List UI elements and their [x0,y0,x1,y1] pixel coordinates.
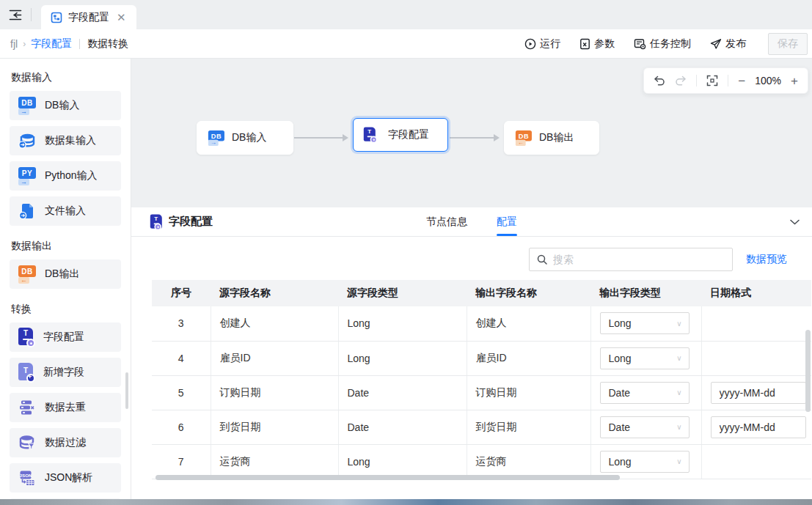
params-doc-icon [579,38,590,50]
undo-icon[interactable] [654,75,665,86]
data-preview-link[interactable]: 数据预览 [746,253,787,266]
action-buttons: 运行 参数 任务控制 [524,33,812,55]
panel-header: T 字段配置 节点信息 配置 [131,207,812,237]
output-type-select[interactable]: Long ∨ [600,347,690,369]
run-button[interactable]: 运行 [524,37,560,51]
table-header-row: 序号 源字段名称 源字段类型 输出字段名称 输出字段类型 日期格式 [152,280,811,306]
table-row: 3 创建人 Long 创建人 Long ∨ [152,306,811,341]
breadcrumb-page[interactable]: 字段配置 [31,37,72,51]
json-parse-icon: JSON [18,468,37,487]
group-title-data-output: 数据输出 [0,232,131,259]
dedupe-icon [18,398,37,417]
collapse-panel-icon[interactable] [789,216,800,228]
file-input-icon [18,202,37,221]
collapse-sidebar-icon[interactable] [0,0,31,29]
col-header-output-name: 输出字段名称 [467,280,590,306]
sidebar-item-db-output[interactable]: DB← DB输出 [10,259,121,289]
panel-title: T 字段配置 [150,213,213,232]
breadcrumb-divider [79,39,80,49]
db-input-icon: DB→ [18,96,37,115]
zoom-out-icon[interactable]: − [738,75,745,87]
sidebar-item-python-input[interactable]: PY→ Python输入 [10,161,121,191]
task-control-button[interactable]: 任务控制 [634,37,691,51]
tab-label: 字段配置 [68,11,109,24]
tab-node-info[interactable]: 节点信息 [426,207,467,236]
edge-fieldconfig-to-dboutput [450,137,498,139]
node-palette-sidebar: 数据输入 DB→ DB输入 数据集输入 PY→ [0,59,131,505]
publish-button[interactable]: 发布 [710,37,746,51]
edge-dbinput-to-fieldconfig [294,137,347,139]
db-input-icon: DB→ [208,130,224,146]
play-circle-icon [524,38,536,50]
save-button[interactable]: 保存 [768,33,808,55]
tab-config[interactable]: 配置 [497,207,517,236]
output-type-select[interactable]: Date ∨ [600,416,690,438]
search-icon [537,254,547,265]
search-box[interactable] [529,248,733,271]
add-field-icon: T [18,363,35,382]
group-title-transform: 转换 [0,295,131,322]
paper-plane-icon [710,38,722,50]
sidebar-item-field-config[interactable]: T 字段配置 [10,322,121,352]
sidebar-item-file-input[interactable]: 文件输入 [10,196,121,226]
group-title-data-input: 数据输入 [0,63,131,91]
date-format-input[interactable] [711,416,806,438]
db-output-icon: DB← [515,130,531,146]
zoom-level: 100% [755,75,781,86]
dataset-input-icon [18,131,37,150]
field-config-icon: T [150,214,161,229]
field-config-icon: T [363,128,377,143]
sidebar-scrollbar[interactable] [125,372,128,409]
flow-canvas[interactable]: DB→ DB输入 T 字段配置 DB← DB输出 [131,59,812,207]
breadcrumb: fjl › 字段配置 数据转换 [10,37,128,51]
breadcrumb-root[interactable]: fjl [10,38,18,50]
sidebar-item-dataset-input[interactable]: 数据集输入 [10,126,121,155]
output-type-select[interactable]: Long ∨ [600,312,690,334]
table-vertical-scrollbar[interactable] [805,330,811,412]
panel-tabs: 节点信息 配置 [426,207,517,236]
node-db-output[interactable]: DB← DB输出 [504,121,599,155]
table-row: 6 到货日期 Date 到货日期 Date ∨ [152,410,811,444]
field-mapping-table: 序号 源字段名称 源字段类型 输出字段名称 输出字段类型 日期格式 3 [152,280,811,479]
sidebar-item-filter[interactable]: 数据过滤 [10,428,121,457]
canvas-toolbar: − 100% + [643,67,808,94]
node-db-input[interactable]: DB→ DB输入 [197,121,293,155]
filter-icon [18,433,37,452]
chevron-down-icon: ∨ [676,423,681,431]
table-row: 7 运货商 Long 运货商 Long ∨ [152,444,811,479]
output-type-select[interactable]: Date ∨ [600,382,690,404]
db-output-icon: DB← [18,265,37,284]
sidebar-item-dedupe[interactable]: 数据去重 [10,393,121,422]
chevron-down-icon: ∨ [676,320,681,328]
col-header-source-type: 源字段类型 [338,280,467,306]
col-header-source-name: 源字段名称 [211,280,338,306]
table-horizontal-scrollbar[interactable] [156,475,620,480]
node-field-config[interactable]: T 字段配置 [353,118,448,152]
tab-close-icon[interactable]: ✕ [115,10,128,24]
flow-doc-icon [51,12,62,23]
search-input[interactable] [553,254,725,265]
table-toolbar: 数据预览 [131,248,787,271]
params-button[interactable]: 参数 [579,37,615,51]
table-row: 5 订购日期 Date 订购日期 Date ∨ [152,375,811,410]
sidebar-item-add-field[interactable]: T 新增字段 [10,358,121,387]
action-bar: fjl › 字段配置 数据转换 运行 参数 [0,29,812,59]
field-config-icon: T [18,328,35,347]
sidebar-item-json-parse[interactable]: JSON JSON解析 [10,463,121,493]
date-format-input[interactable] [711,382,806,404]
python-input-icon: PY→ [18,166,37,185]
app-window: 字段配置 ✕ fjl › 字段配置 数据转换 运行 [0,0,812,505]
chevron-down-icon: ∨ [676,354,681,362]
sidebar-item-db-input[interactable]: DB→ DB输入 [10,91,121,120]
tab-bar: 字段配置 ✕ [0,0,812,29]
chevron-down-icon: ∨ [676,388,681,397]
col-header-no: 序号 [152,280,211,306]
tab-field-config[interactable]: 字段配置 ✕ [41,5,136,29]
redo-icon[interactable] [675,75,687,86]
zoom-in-icon[interactable]: + [791,75,798,87]
breadcrumb-separator: › [23,39,26,49]
output-type-select[interactable]: Long ∨ [600,451,690,473]
fit-view-icon[interactable] [706,75,718,86]
table-row: 4 雇员ID Long 雇员ID Long ∨ [152,341,811,375]
col-header-date-format: 日期格式 [701,280,811,306]
